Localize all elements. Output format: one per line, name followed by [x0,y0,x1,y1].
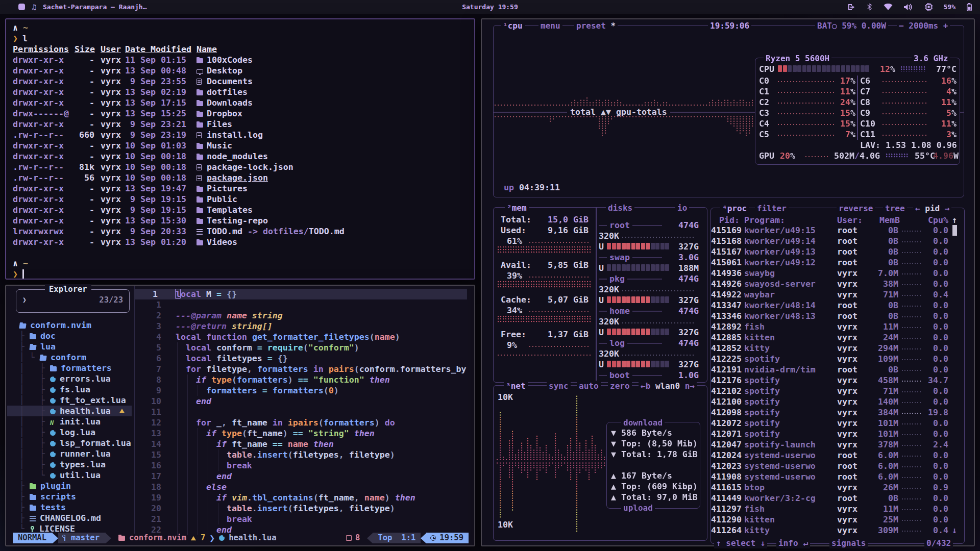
terminal-window[interactable]: ∧~❯lPermissionsSizeUserDate ModifiedName… [5,18,475,280]
proc-cpu: 0.0 [923,461,948,471]
file-row[interactable]: drwxr-xr-x-vyrx13 Sep 15:30Testing-repo [13,215,472,226]
process-row[interactable]: 412100spotifyvyrx140M0.0 [711,396,961,407]
wifi-icon[interactable] [884,4,893,10]
process-row[interactable]: 412885kittenvyrx24M0.0 [711,332,961,343]
file-size: 81k [43,162,94,172]
cpu-chip-icon[interactable] [925,3,933,11]
file-name-text: Public [207,194,237,204]
file-row[interactable]: drwxr-xr-x-vyrx 9 Sep 19:15Templates [13,205,472,215]
file-row[interactable]: drwxr-xr-x-vyrx 9 Sep 19:15Public [13,194,472,205]
current-file[interactable]: health.lua [229,533,276,543]
file-row[interactable]: drwxr-xr-x-vyrx13 Sep 19:47Pictures [13,183,472,194]
process-row[interactable]: 412098spotifyvyrx384M19.8 [711,407,961,418]
col-header-name: Name [197,44,217,55]
file-row[interactable]: .rw-r--r--660vyrx 9 Sep 23:19install.log [13,130,472,140]
process-row[interactable]: 415168kworker/u49:14root0B0.0 [711,236,961,246]
file-date: 13 Sep 01:20 [125,237,186,247]
process-row[interactable]: 412892fishvyrx11M0.0 [711,321,961,332]
zero-button[interactable]: zero [608,381,632,391]
code-pane[interactable]: 1local M = {}12---@param name string3---… [6,289,473,535]
process-row[interactable]: 415167kworker/u49:13root0B0.0 [711,246,961,257]
file-row[interactable]: drwx------@-vyrx13 Sep 15:25Dropbox [13,108,472,119]
process-row[interactable]: 411297fishvyrx11M0.0 [711,504,961,514]
filter-button[interactable]: filter [755,203,789,214]
file-row[interactable]: drwxr-xr-x-vyrx13 Sep 01:20Videos [13,237,472,247]
proc-mem: 0B [859,257,898,268]
process-row[interactable]: 412191nvidia-drm/timroot0B0.0 [711,364,961,375]
project-name[interactable]: conform.nvim [129,533,186,543]
warning-count[interactable]: 7 [201,533,205,543]
process-row[interactable]: 412176spotifyvyrx458M34.7 [711,375,961,386]
process-row[interactable]: 413346kworker/u48:13root0B0.0 [711,311,961,321]
code-token: string[] [232,321,273,331]
process-row[interactable]: 411290kittenvyrx25M0.0 [711,514,961,525]
file-row[interactable]: drwxr-xr-x-vyrx 9 Sep 23:55Documents [13,76,472,87]
file-row[interactable]: drwxr-xr-x-vyrx13 Sep 02:19dotfiles [13,87,472,97]
btop-window[interactable]: ¹cpumenupreset *19:59:06BAT○ 59% 0.00W− … [481,18,975,546]
mem-stat-value: 9,16 GiB [534,225,589,236]
pid-value: 414922 [711,290,742,299]
process-row[interactable]: 411615btopvyrx26M0.9 [711,482,961,493]
process-row[interactable]: 412024systemd-userworoot6.0M0.0 [711,450,961,461]
code-token: = [216,289,222,299]
sync-button[interactable]: sync [547,381,571,391]
process-row[interactable]: 412071spotifyvyrx101M0.0 [711,429,961,439]
process-row[interactable]: 412102spotifyvyrx71M0.0 [711,386,961,396]
file-name-text: Desktop [207,66,242,76]
auto-button[interactable]: auto [577,381,601,391]
process-row[interactable]: 415061kworker/u49:12root0B0.0 [711,257,961,268]
logout-icon[interactable] [848,4,856,11]
preset-button[interactable]: preset * [574,20,618,31]
now-playing[interactable]: Sachet-Parampara — Raanjh… [43,3,147,11]
cpu-box-tab[interactable]: ¹cpu [501,20,525,31]
file-row[interactable]: .rw-r--r--81kvyrx10 Sep 00:18package-loc… [13,162,472,172]
process-row[interactable]: 414936swaybgvyrx7.0M0.0 [711,268,961,279]
editor-window[interactable]: Explorer ❯ 23/23 conform.nvim├ doc├ lua│… [5,285,475,546]
process-row[interactable]: 412072spotifyvyrx101M0.0 [711,418,961,429]
editor-cursor[interactable] [175,289,181,299]
code-token: ( [232,375,237,385]
process-row[interactable]: 414922waybarvyrx71M0.4 [711,289,961,300]
file-row[interactable]: drwxr-xr-x-vyrx13 Sep 17:15Downloads [13,97,472,108]
update-interval-control[interactable]: − 2000ms + [897,20,950,31]
net-device-switcher[interactable]: ←b wlan0 n→ [639,381,697,391]
code-token: . [247,493,252,503]
git-branch[interactable]: master [58,533,106,543]
code-token: break [227,461,252,470]
file-row[interactable]: drwxr-xr-x-vyrx10 Sep 01:03Music [13,140,472,151]
terminal-cursor[interactable] [22,269,24,279]
bluetooth-icon[interactable] [867,3,872,11]
file-row[interactable]: drwxr-xr-x-vyrx13 Sep 00:48Desktop [13,65,472,76]
process-row[interactable]: 415169kworker/u49:15root0B0.0 [711,225,961,236]
pid-sort-switcher[interactable]: ← pid → [913,203,951,214]
process-row[interactable]: 411449kworker/3:2-cgroot0B0.0 [711,493,961,504]
volume-icon[interactable] [904,4,914,11]
file-row[interactable]: drwxr-xr-x-vyrx 9 Sep 23:21Files [13,119,472,130]
core-pct-value: 11 [941,119,951,129]
battery-percent[interactable]: 59% [944,3,955,11]
tree-button[interactable]: tree [883,203,907,214]
reverse-button[interactable]: reverse [837,203,875,214]
file-row[interactable]: drwxr-xr-x-vyrx11 Sep 01:15100xCodes [13,55,472,65]
file-date: 10 Sep 00:18 [125,172,186,183]
mem-box-tab[interactable]: ²mem [505,203,529,213]
process-row[interactable]: 412047spotify-launchvyrx378M2.4 [711,439,961,450]
proc-box-tab[interactable]: ⁴proc [720,203,749,214]
file-row[interactable]: .rw-r--r--56vyrx10 Sep 00:18package.json [13,172,472,183]
clock[interactable]: Saturday 19:59 [0,3,980,11]
process-row[interactable]: 413347kworker/u48:14root0B0.0 [711,300,961,311]
process-row[interactable]: 414926swayosd-servervyrx38M0.0 [711,279,961,289]
process-row[interactable]: 412023systemd-userworoot6.0M0.0 [711,461,961,471]
file-row[interactable]: lrwxrwxrwx-vyrx 9 Sep 20:33TODO.md -> do… [13,226,472,237]
tab-count[interactable]: 8 [355,533,360,543]
process-row[interactable]: 411264kittyvyrx309M0.4 [711,525,961,536]
process-row[interactable]: 412225spotifyvyrx109M0.0 [711,354,961,364]
process-row[interactable]: 411908systemd-userworoot6.0M0.0 [711,471,961,482]
code-token [257,386,262,395]
proc-cpu: 0.4 [923,525,948,536]
file-row[interactable]: drwxr-xr-x-vyrx10 Sep 00:18node_modules [13,151,472,162]
workspace-indicator[interactable] [18,4,25,10]
menu-button[interactable]: menu [538,20,562,31]
net-box-tab[interactable]: ³net [504,381,528,391]
process-row[interactable]: 412852kittyvyrx294M0.0 [711,343,961,354]
